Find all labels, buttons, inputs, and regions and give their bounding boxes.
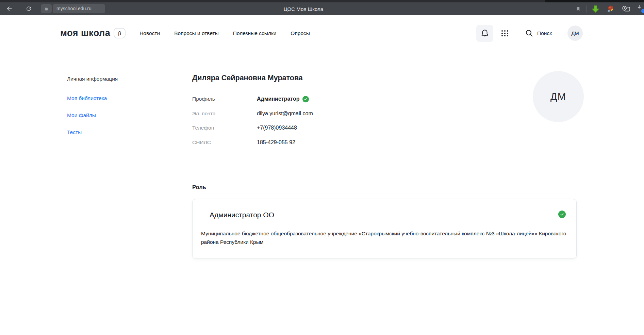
field-label: Эл. почта [192, 111, 257, 117]
verified-check-icon [302, 96, 309, 102]
nav-item-polls[interactable]: Опросы [291, 30, 310, 36]
search-icon [525, 29, 533, 37]
field-row-snils: СНИЛС 185-429-055 92 [192, 135, 577, 150]
main-nav: Новости Вопросы и ответы Полезные ссылки… [139, 30, 310, 36]
role-verified-check-icon [558, 211, 566, 218]
tab-groups-button[interactable] [621, 4, 631, 14]
sidebar-item-files[interactable]: Мои файлы [67, 111, 192, 119]
bookmark-button[interactable] [573, 4, 583, 14]
field-label: СНИЛС [192, 139, 257, 146]
profile-avatar: ДМ [533, 71, 584, 122]
toolbar-separator [587, 5, 587, 13]
role-description: Муниципальное бюджетное общеобразователь… [201, 229, 568, 246]
person-name: Диляра Сейрановна Муратова [192, 73, 577, 82]
site-logo[interactable]: моя школа [60, 28, 110, 38]
beta-badge: β [114, 28, 126, 38]
nav-item-qa[interactable]: Вопросы и ответы [174, 30, 219, 36]
content: Личная информация Моя библиотека Мои фай… [0, 51, 644, 259]
green-download-arrow-icon [591, 4, 600, 14]
field-label: Профиль [192, 96, 257, 102]
reload-button[interactable] [23, 3, 34, 14]
apps-grid-button[interactable] [498, 26, 512, 40]
extension-download-button[interactable] [590, 4, 600, 14]
downloads-button[interactable] [636, 4, 644, 14]
sidebar-item-tests[interactable]: Тесты [67, 128, 192, 136]
extension-mascot-button[interactable] [605, 4, 615, 14]
nav-item-links[interactable]: Полезные ссылки [233, 30, 277, 36]
user-avatar-button[interactable]: ДМ [567, 26, 583, 41]
sidebar-item-personal-info[interactable]: Личная информация [67, 75, 192, 83]
browser-toolbar: myschool.edu.ru ЦОС Моя Школа [0, 0, 644, 15]
header-left: моя школа β Новости Вопросы и ответы Пол… [60, 28, 310, 38]
tab-groups-icon [622, 5, 630, 13]
profile-fields: Профиль Администратор Эл. почта dilya.yu… [192, 92, 577, 150]
search-button[interactable]: Поиск [525, 29, 552, 37]
phone-value: +7(978)0934448 [257, 125, 297, 131]
profile-type-value: Администратор [257, 96, 299, 102]
role-title: Администратор ОО [210, 210, 568, 220]
reload-icon [26, 5, 32, 12]
page: myschool.edu.ru ЦОС Моя Школа [0, 0, 644, 335]
apps-grid-icon [500, 29, 509, 38]
mascot-extension-icon [606, 5, 615, 13]
toolbar-right-cluster [573, 2, 644, 15]
lock-icon [44, 6, 49, 11]
url-text: myschool.edu.ru [56, 6, 92, 11]
snils-value: 185-429-055 92 [257, 139, 295, 146]
back-arrow-icon [6, 5, 13, 12]
search-label: Поиск [537, 30, 552, 36]
field-value: Администратор [257, 96, 309, 102]
bookmark-icon [576, 6, 581, 12]
nav-item-news[interactable]: Новости [139, 30, 160, 36]
browser-tab-strip [0, 0, 644, 2]
role-section-heading: Роль [192, 184, 577, 190]
email-value: dilya.yurist@gmail.com [257, 111, 313, 117]
field-row-phone: Телефон +7(978)0934448 [192, 121, 577, 135]
window-title: ЦОС Моя Школа [284, 6, 323, 12]
bell-icon [481, 29, 489, 38]
sidebar: Личная информация Моя библиотека Мои фай… [67, 51, 192, 259]
notifications-button[interactable] [476, 25, 493, 42]
field-label: Телефон [192, 125, 257, 131]
role-card: Администратор ОО Муниципальное бюджетное… [192, 199, 577, 259]
profile-summary: Диляра Сейрановна Муратова Профиль Админ… [192, 73, 577, 150]
field-row-email: Эл. почта dilya.yurist@gmail.com [192, 106, 577, 121]
back-button[interactable] [4, 3, 15, 14]
site-header: моя школа β Новости Вопросы и ответы Пол… [0, 15, 644, 51]
download-progress-dot [641, 9, 644, 13]
sidebar-item-library[interactable]: Моя библиотека [67, 94, 192, 102]
address-bar[interactable]: myschool.edu.ru [53, 4, 105, 13]
field-row-profile: Профиль Администратор [192, 92, 577, 106]
header-right: Поиск ДМ [476, 25, 583, 42]
profile-main: Диляра Сейрановна Муратова Профиль Админ… [192, 51, 577, 259]
site-security-chip[interactable] [41, 4, 52, 13]
